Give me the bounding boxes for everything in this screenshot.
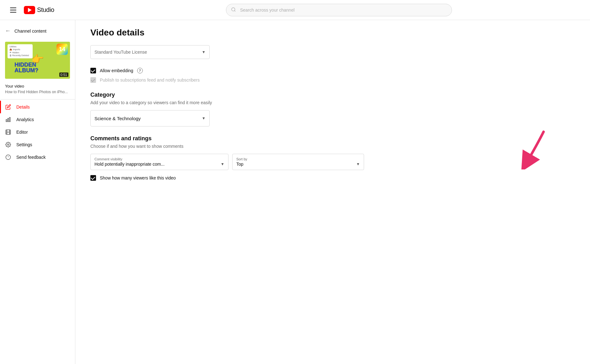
sort-by-dropdown[interactable]: Sort by Top ▼ <box>232 154 364 170</box>
sidebar-item-settings[interactable]: Settings <box>0 138 75 151</box>
page-title: Video details <box>90 28 575 38</box>
comment-visibility-dropdown[interactable]: Comment visibility Hold potentially inap… <box>90 154 228 170</box>
video-title-text: How to Find Hidden Photos on iPho... <box>0 90 75 98</box>
comment-visibility-value-row: Hold potentially inappropriate com... ▼ <box>94 162 224 167</box>
category-value: Science & Technology <box>94 116 141 121</box>
allow-embedding-row: Allow embedding ? <box>90 68 575 73</box>
pencil-icon <box>5 104 11 110</box>
video-duration: 0:51 <box>59 72 68 77</box>
video-label: Your video <box>0 81 75 90</box>
arrow-annotation <box>500 129 550 170</box>
license-dropdown-arrow: ▼ <box>202 50 206 54</box>
sidebar: ← Channel content Utilities 📥 Imports 👁 … <box>0 20 75 364</box>
sidebar-item-editor[interactable]: Editor <box>0 126 75 138</box>
license-value: Standard YouTube License <box>94 50 147 55</box>
sort-by-value-row: Top ▼ <box>236 162 360 167</box>
category-title: Category <box>90 92 575 98</box>
main-content: Video details Standard YouTube License ▼… <box>75 20 590 364</box>
sidebar-item-label-feedback: Send feedback <box>16 155 46 160</box>
search-input[interactable] <box>226 4 452 16</box>
sidebar-item-label-editor: Editor <box>16 130 28 135</box>
comments-section: Comments and ratings Choose if and how y… <box>90 135 575 181</box>
embedding-section: Allow embedding ? Publish to subscriptio… <box>90 68 575 83</box>
header-left: Studio <box>8 5 95 15</box>
back-navigation[interactable]: ← Channel content <box>0 25 75 39</box>
video-thumbnail: Utilities 📥 Imports 👁 Hidden 🗑 Recently … <box>5 42 70 79</box>
bar-chart-icon <box>5 116 11 123</box>
show-likes-checkbox[interactable] <box>90 175 96 181</box>
thumbnail-app-ui: Utilities 📥 Imports 👁 Hidden 🗑 Recently … <box>8 44 33 58</box>
sidebar-item-label-details: Details <box>16 104 30 110</box>
sort-by-value: Top <box>236 162 244 167</box>
publish-feed-label: Publish to subscriptions feed and notify… <box>100 78 200 83</box>
allow-embedding-label: Allow embedding <box>100 68 133 73</box>
license-section: Standard YouTube License ▼ <box>90 45 575 59</box>
show-likes-row: Show how many viewers like this video <box>90 175 575 181</box>
sort-by-label: Sort by <box>236 157 360 161</box>
license-dropdown[interactable]: Standard YouTube License ▼ <box>90 45 210 59</box>
menu-button[interactable] <box>8 5 19 15</box>
search-icon <box>231 7 236 13</box>
comment-visibility-value: Hold potentially inappropriate com... <box>94 162 164 167</box>
logo[interactable]: Studio <box>24 6 54 14</box>
thumbnail-ios14-icon: 14 <box>56 44 68 55</box>
svg-rect-4 <box>9 117 10 122</box>
category-dropdown-arrow: ▼ <box>202 116 206 120</box>
header: Studio <box>0 0 590 20</box>
gear-icon <box>5 142 11 148</box>
sidebar-item-label-settings: Settings <box>16 142 32 147</box>
sidebar-divider <box>0 99 75 99</box>
back-arrow-icon: ← <box>5 28 11 34</box>
category-section: Category Add your video to a category so… <box>90 92 575 126</box>
svg-line-1 <box>234 10 235 11</box>
thumbnail-content: Utilities 📥 Imports 👁 Hidden 🗑 Recently … <box>5 42 70 79</box>
comment-visibility-label: Comment visibility <box>94 157 224 161</box>
category-dropdown[interactable]: Science & Technology ▼ <box>90 110 210 126</box>
category-description: Add your video to a category so viewers … <box>90 100 575 105</box>
svg-rect-2 <box>6 120 7 122</box>
allow-embedding-checkbox[interactable] <box>90 68 96 73</box>
comment-visibility-arrow: ▼ <box>221 162 224 166</box>
film-icon <box>5 129 11 135</box>
allow-embedding-help-icon[interactable]: ? <box>137 68 143 73</box>
back-label: Channel content <box>14 29 46 34</box>
sidebar-item-analytics[interactable]: Analytics <box>0 113 75 126</box>
comment-controls: Comment visibility Hold potentially inap… <box>90 154 575 170</box>
sort-by-arrow: ▼ <box>356 162 360 166</box>
search-bar <box>226 4 452 16</box>
svg-rect-3 <box>8 118 9 122</box>
logo-text: Studio <box>37 6 54 13</box>
page-body: ← Channel content Utilities 📥 Imports 👁 … <box>0 20 590 364</box>
svg-point-0 <box>232 8 235 11</box>
sidebar-item-label-analytics: Analytics <box>16 117 34 122</box>
show-likes-label: Show how many viewers like this video <box>100 175 176 180</box>
svg-point-13 <box>8 144 9 146</box>
sidebar-item-feedback[interactable]: Send feedback <box>0 151 75 163</box>
publish-feed-row: Publish to subscriptions feed and notify… <box>90 77 575 83</box>
exclamation-icon <box>5 154 11 160</box>
youtube-logo-icon <box>24 6 35 14</box>
video-thumbnail-wrap: Utilities 📥 Imports 👁 Hidden 🗑 Recently … <box>5 42 70 79</box>
thumbnail-title-text: HIDDENALBUM? <box>14 62 38 73</box>
comments-description: Choose if and how you want to show comme… <box>90 144 575 149</box>
publish-feed-checkbox[interactable] <box>90 77 96 83</box>
sidebar-item-details[interactable]: Details <box>0 101 75 113</box>
comments-title: Comments and ratings <box>90 135 575 142</box>
